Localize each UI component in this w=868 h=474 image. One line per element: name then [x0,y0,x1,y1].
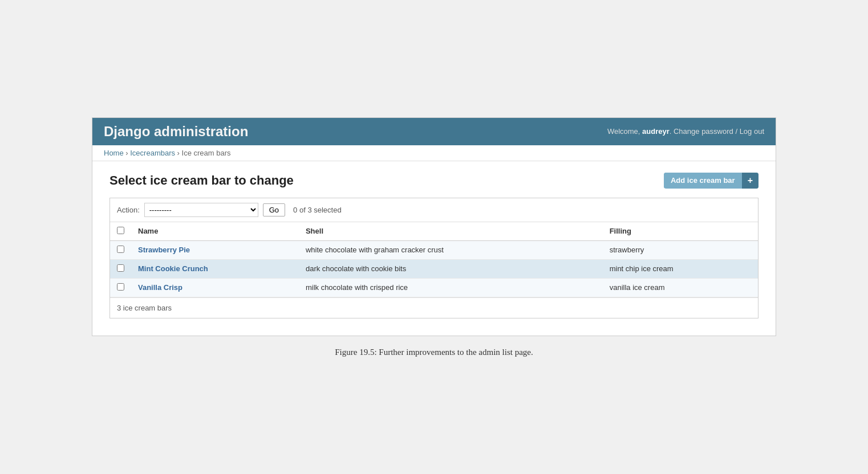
logout-link[interactable]: Log out [740,127,764,136]
breadcrumb-sep1: › [124,149,131,157]
select-all-checkbox[interactable] [117,227,124,234]
row-checkbox-cell [110,259,131,278]
data-table: Name Shell Filling Strawberry Piewhite c… [110,222,758,297]
page-title: Select ice cream bar to change [109,173,294,188]
username: audreyr [642,127,670,136]
row-name-link[interactable]: Mint Cookie Crunch [138,264,208,273]
table-header-row: Name Shell Filling [110,222,758,241]
row-name-link[interactable]: Vanilla Crisp [138,283,182,292]
col-filling[interactable]: Filling [603,222,758,241]
separator: / [733,127,740,136]
table-footer: 3 ice cream bars [110,297,758,318]
row-filling: mint chip ice cream [603,259,758,278]
selection-count: 0 of 3 selected [293,206,342,214]
row-shell: white chocolate with graham cracker crus… [299,240,603,259]
table-row: Vanilla Crispmilk chocolate with crisped… [110,278,758,297]
col-checkbox [110,222,131,241]
row-filling: vanilla ice cream [603,278,758,297]
action-label: Action: [117,206,140,214]
row-shell: dark chocolate with cookie bits [299,259,603,278]
row-shell: milk chocolate with crisped rice [299,278,603,297]
row-name: Mint Cookie Crunch [131,259,299,278]
admin-panel: Action: --------- Go 0 of 3 selected Nam… [109,198,759,318]
add-button-icon: + [742,173,759,189]
content-area: Select ice cream bar to change Add ice c… [92,161,776,336]
row-checkbox-cell [110,278,131,297]
row-filling: strawberry [603,240,758,259]
action-select[interactable]: --------- [144,203,258,217]
breadcrumb-home[interactable]: Home [104,149,124,157]
welcome-text: Welcome, [607,127,642,136]
row-checkbox-cell [110,240,131,259]
header-user-info: Welcome, audreyr. Change password / Log … [607,127,764,136]
breadcrumb-icecreambars[interactable]: Icecreambars [130,149,175,157]
row-name: Vanilla Crisp [131,278,299,297]
add-ice-cream-bar-button[interactable]: Add ice cream bar + [664,173,759,189]
action-bar: Action: --------- Go 0 of 3 selected [110,198,758,222]
col-shell[interactable]: Shell [299,222,603,241]
row-name: Strawberry Pie [131,240,299,259]
table-row: Strawberry Piewhite chocolate with graha… [110,240,758,259]
breadcrumb-current: Ice cream bars [182,149,231,157]
breadcrumb: Home › Icecreambars › Ice cream bars [92,145,776,161]
row-name-link[interactable]: Strawberry Pie [138,246,190,254]
row-checkbox[interactable] [117,283,124,291]
breadcrumb-sep2: › [175,149,182,157]
figure-caption: Figure 19.5: Further improvements to the… [335,348,533,357]
table-row: Mint Cookie Crunchdark chocolate with co… [110,259,758,278]
admin-window: Django administration Welcome, audreyr. … [92,117,776,336]
page-heading-row: Select ice cream bar to change Add ice c… [109,173,759,189]
row-checkbox[interactable] [117,246,124,253]
header: Django administration Welcome, audreyr. … [92,118,776,145]
change-password-link[interactable]: Change password [674,127,733,136]
go-button[interactable]: Go [263,203,285,216]
site-title: Django administration [104,124,248,140]
col-name[interactable]: Name [131,222,299,241]
add-button-label: Add ice cream bar [664,173,742,188]
row-checkbox[interactable] [117,264,124,272]
